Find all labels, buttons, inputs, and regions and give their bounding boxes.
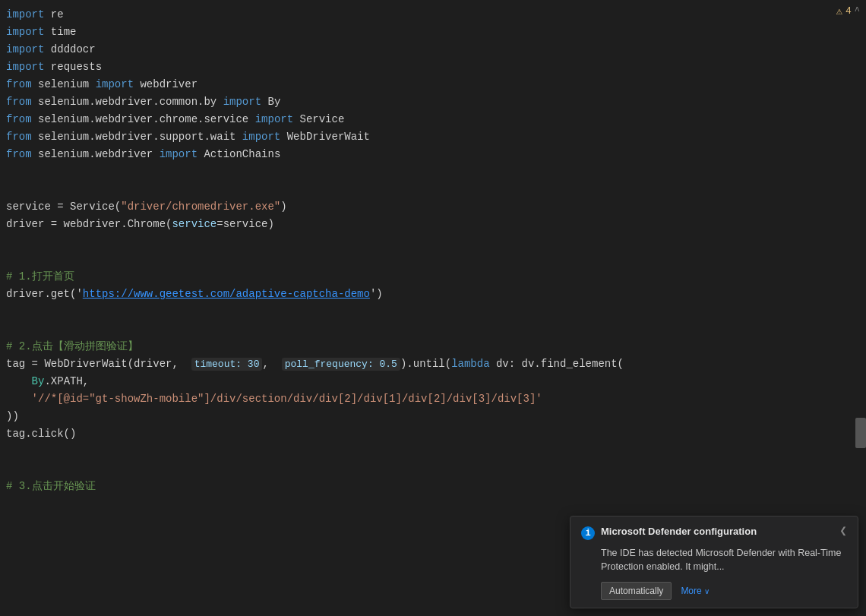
notification-actions: Automatically More ∨	[601, 582, 847, 600]
code-line: ))	[0, 408, 866, 425]
editor-area: ⚠ 4 ^ import re import time import ddddo…	[0, 0, 866, 616]
code-line: tag.click()	[0, 425, 866, 443]
code-line: # 3.点击开始验证	[0, 478, 866, 495]
warning-icon: ⚠	[836, 5, 842, 17]
code-line: from selenium.webdriver.common.by import…	[0, 93, 866, 111]
code-line: service = Service("driver/chromedriver.e…	[0, 198, 866, 216]
code-line: import re	[0, 6, 866, 24]
automatically-button[interactable]: Automatically	[601, 582, 672, 600]
code-line	[0, 443, 866, 460]
code-line: from selenium import webdriver	[0, 76, 866, 93]
warning-badge[interactable]: ⚠ 4 ^	[836, 5, 860, 17]
scroll-indicator[interactable]	[855, 418, 866, 448]
more-label: More	[681, 586, 701, 596]
warning-count: 4	[845, 5, 852, 17]
code-line: tag = WebDriverWait(driver, timeout: 30,…	[0, 355, 866, 373]
more-button[interactable]: More ∨	[681, 586, 709, 596]
notification-box: i Microsoft Defender configuration ❮ The…	[570, 516, 858, 609]
code-line	[0, 233, 866, 251]
chevron-down-icon: ∨	[704, 587, 710, 595]
code-line: '//*[@id="gt-showZh-mobile"]/div/section…	[0, 390, 866, 408]
code-line: import ddddocr	[0, 41, 866, 58]
code-line: driver = webdriver.Chrome(service=servic…	[0, 216, 866, 233]
notification-close-icon[interactable]: ❮	[839, 526, 847, 538]
code-line	[0, 460, 866, 478]
code-line: driver.get('https://www.geetest.com/adap…	[0, 286, 866, 303]
code-line	[0, 163, 866, 181]
code-line: # 2.点击【滑动拼图验证】	[0, 338, 866, 355]
code-line	[0, 251, 866, 268]
code-line: By.XPATH,	[0, 373, 866, 390]
code-line: import time	[0, 24, 866, 41]
code-line: from selenium.webdriver.support.wait imp…	[0, 128, 866, 146]
code-line: from selenium.webdriver import ActionCha…	[0, 146, 866, 163]
notification-header: i Microsoft Defender configuration ❮	[581, 526, 847, 540]
code-line	[0, 321, 866, 338]
code-line: import requests	[0, 58, 866, 76]
notification-body: The IDE has detected Microsoft Defender …	[601, 546, 847, 575]
notification-title: Microsoft Defender configuration	[601, 526, 757, 537]
code-line	[0, 181, 866, 198]
code-line: from selenium.webdriver.chrome.service i…	[0, 111, 866, 128]
badge-chevron-icon: ^	[855, 6, 860, 17]
code-line	[0, 303, 866, 321]
code-line: # 1.打开首页	[0, 268, 866, 286]
info-icon: i	[581, 526, 595, 540]
